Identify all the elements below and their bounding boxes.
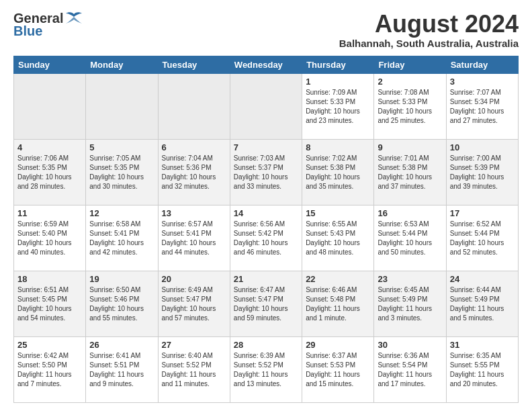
day-info: Sunrise: 6:41 AMSunset: 5:51 PMDaylight:… [89,351,154,389]
header-wednesday: Wednesday [230,56,302,73]
day-number: 19 [89,274,154,284]
table-cell: 14Sunrise: 6:56 AMSunset: 5:42 PMDayligh… [230,205,302,271]
table-cell: 20Sunrise: 6:49 AMSunset: 5:47 PMDayligh… [158,271,230,336]
table-cell: 18Sunrise: 6:51 AMSunset: 5:45 PMDayligh… [14,271,86,336]
day-number: 20 [162,274,226,284]
day-number: 13 [162,208,226,218]
day-number: 4 [17,142,82,152]
page: General Blue August 2024 Balhannah, Sout… [0,0,532,411]
table-cell: 5Sunrise: 7:05 AMSunset: 5:35 PMDaylight… [86,139,158,205]
table-cell: 24Sunrise: 6:44 AMSunset: 5:49 PMDayligh… [446,271,518,336]
table-cell: 31Sunrise: 6:35 AMSunset: 5:55 PMDayligh… [446,336,518,402]
day-number: 22 [306,274,370,284]
day-number: 8 [306,142,370,152]
day-number: 2 [378,77,442,87]
day-info: Sunrise: 6:40 AMSunset: 5:52 PMDaylight:… [162,351,226,389]
calendar-table: Sunday Monday Tuesday Wednesday Thursday… [13,56,519,403]
day-info: Sunrise: 6:58 AMSunset: 5:41 PMDaylight:… [89,220,154,257]
table-cell: 26Sunrise: 6:41 AMSunset: 5:51 PMDayligh… [86,336,158,402]
day-info: Sunrise: 6:52 AMSunset: 5:44 PMDaylight:… [450,220,515,257]
day-number: 12 [89,208,154,218]
table-cell [86,73,158,139]
day-info: Sunrise: 6:57 AMSunset: 5:41 PMDaylight:… [162,220,226,257]
table-cell: 8Sunrise: 7:02 AMSunset: 5:38 PMDaylight… [302,139,374,205]
logo: General Blue [13,11,83,39]
day-number: 26 [89,340,154,350]
day-number: 3 [450,77,515,87]
day-number: 31 [450,340,515,350]
day-number: 15 [306,208,370,218]
day-number: 18 [17,274,82,284]
day-info: Sunrise: 6:42 AMSunset: 5:50 PMDaylight:… [17,351,82,389]
table-cell: 4Sunrise: 7:06 AMSunset: 5:35 PMDaylight… [14,139,86,205]
title-area: August 2024 Balhannah, South Australia, … [339,11,519,49]
table-cell [158,73,230,139]
day-number: 24 [450,274,515,284]
day-info: Sunrise: 7:03 AMSunset: 5:37 PMDaylight:… [234,154,298,191]
day-number: 30 [378,340,442,350]
day-info: Sunrise: 7:01 AMSunset: 5:38 PMDaylight:… [378,154,442,191]
day-number: 10 [450,142,515,152]
week-row-4: 18Sunrise: 6:51 AMSunset: 5:45 PMDayligh… [14,271,519,336]
week-row-3: 11Sunrise: 6:59 AMSunset: 5:40 PMDayligh… [14,205,519,271]
month-year: August 2024 [339,11,519,38]
day-number: 25 [17,340,82,350]
day-number: 6 [162,142,226,152]
table-cell: 11Sunrise: 6:59 AMSunset: 5:40 PMDayligh… [14,205,86,271]
table-cell: 17Sunrise: 6:52 AMSunset: 5:44 PMDayligh… [446,205,518,271]
day-info: Sunrise: 7:09 AMSunset: 5:33 PMDaylight:… [306,88,370,126]
day-number: 16 [378,208,442,218]
day-number: 27 [162,340,226,350]
day-number: 29 [306,340,370,350]
day-info: Sunrise: 6:55 AMSunset: 5:43 PMDaylight:… [306,220,370,257]
day-info: Sunrise: 7:06 AMSunset: 5:35 PMDaylight:… [17,154,82,191]
table-cell: 27Sunrise: 6:40 AMSunset: 5:52 PMDayligh… [158,336,230,402]
day-info: Sunrise: 6:36 AMSunset: 5:54 PMDaylight:… [378,351,442,389]
day-info: Sunrise: 6:56 AMSunset: 5:42 PMDaylight:… [234,220,298,257]
table-cell [230,73,302,139]
day-info: Sunrise: 6:37 AMSunset: 5:53 PMDaylight:… [306,351,370,389]
table-cell [14,73,86,139]
day-number: 14 [234,208,298,218]
location: Balhannah, South Australia, Australia [339,38,519,49]
day-info: Sunrise: 6:46 AMSunset: 5:48 PMDaylight:… [306,285,370,323]
day-number: 28 [234,340,298,350]
table-cell: 28Sunrise: 6:39 AMSunset: 5:52 PMDayligh… [230,336,302,402]
day-info: Sunrise: 7:08 AMSunset: 5:33 PMDaylight:… [378,88,442,126]
table-cell: 6Sunrise: 7:04 AMSunset: 5:36 PMDaylight… [158,139,230,205]
day-info: Sunrise: 6:51 AMSunset: 5:45 PMDaylight:… [17,285,82,323]
header-friday: Friday [374,56,446,73]
day-number: 23 [378,274,442,284]
day-number: 1 [306,77,370,87]
table-cell: 29Sunrise: 6:37 AMSunset: 5:53 PMDayligh… [302,336,374,402]
week-row-5: 25Sunrise: 6:42 AMSunset: 5:50 PMDayligh… [14,336,519,402]
table-cell: 3Sunrise: 7:07 AMSunset: 5:34 PMDaylight… [446,73,518,139]
day-info: Sunrise: 6:53 AMSunset: 5:44 PMDaylight:… [378,220,442,257]
day-info: Sunrise: 6:50 AMSunset: 5:46 PMDaylight:… [89,285,154,323]
logo-bird-icon [64,11,83,26]
table-cell: 9Sunrise: 7:01 AMSunset: 5:38 PMDaylight… [374,139,446,205]
day-info: Sunrise: 7:05 AMSunset: 5:35 PMDaylight:… [89,154,154,191]
table-cell: 22Sunrise: 6:46 AMSunset: 5:48 PMDayligh… [302,271,374,336]
weekday-header-row: Sunday Monday Tuesday Wednesday Thursday… [14,56,519,73]
table-cell: 13Sunrise: 6:57 AMSunset: 5:41 PMDayligh… [158,205,230,271]
table-cell: 1Sunrise: 7:09 AMSunset: 5:33 PMDaylight… [302,73,374,139]
table-cell: 2Sunrise: 7:08 AMSunset: 5:33 PMDaylight… [374,73,446,139]
table-cell: 12Sunrise: 6:58 AMSunset: 5:41 PMDayligh… [86,205,158,271]
day-info: Sunrise: 7:00 AMSunset: 5:39 PMDaylight:… [450,154,515,191]
header-sunday: Sunday [14,56,86,73]
day-number: 17 [450,208,515,218]
day-info: Sunrise: 7:07 AMSunset: 5:34 PMDaylight:… [450,88,515,126]
day-number: 11 [17,208,82,218]
table-cell: 15Sunrise: 6:55 AMSunset: 5:43 PMDayligh… [302,205,374,271]
table-cell: 10Sunrise: 7:00 AMSunset: 5:39 PMDayligh… [446,139,518,205]
logo-blue: Blue [13,24,42,39]
day-info: Sunrise: 6:39 AMSunset: 5:52 PMDaylight:… [234,351,298,389]
day-number: 9 [378,142,442,152]
header-monday: Monday [86,56,158,73]
week-row-2: 4Sunrise: 7:06 AMSunset: 5:35 PMDaylight… [14,139,519,205]
table-cell: 23Sunrise: 6:45 AMSunset: 5:49 PMDayligh… [374,271,446,336]
table-cell: 16Sunrise: 6:53 AMSunset: 5:44 PMDayligh… [374,205,446,271]
day-number: 7 [234,142,298,152]
header-thursday: Thursday [302,56,374,73]
